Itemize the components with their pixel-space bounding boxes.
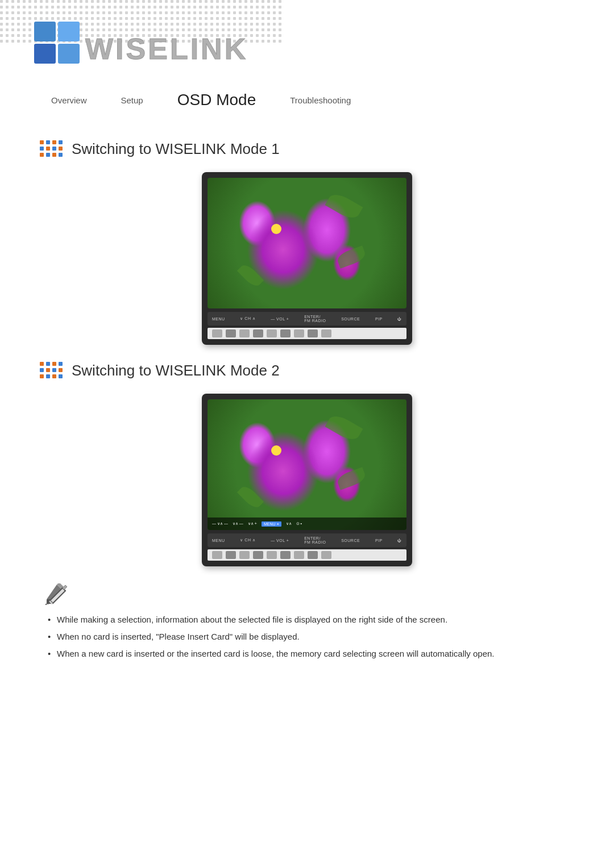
flower-center-1	[271, 224, 281, 234]
dot-4	[59, 140, 63, 144]
dot-1	[40, 140, 44, 144]
dot2-12	[59, 374, 63, 378]
flower-center-2	[271, 445, 281, 456]
tv-btn-9	[321, 329, 331, 337]
dot-3	[52, 140, 56, 144]
osd-text-4: ∨∧	[286, 521, 292, 526]
note-item-2: When no card is inserted, "Please Insert…	[45, 630, 574, 644]
tv-controls-source: SOURCE	[341, 317, 360, 321]
dot2-10	[46, 374, 50, 378]
tv-controls2-enter: ENTER/FM RADIO	[304, 536, 326, 544]
main-content: Switching to WISELINK Mode 1 MENU ∨ CH ∧…	[0, 118, 614, 687]
nav-item-setup[interactable]: Setup	[104, 93, 160, 108]
osd-text-3: ∨∧ +	[248, 521, 257, 526]
dot-7	[52, 147, 56, 151]
tv-btn2-7	[294, 551, 304, 559]
tv-btn2-5	[267, 551, 277, 559]
dot2-2	[46, 362, 50, 366]
leaf-4	[325, 412, 363, 444]
dot-11	[52, 153, 56, 157]
leaf-3	[237, 262, 263, 289]
tv-btn2-1	[212, 551, 222, 559]
osd-overlay-bar: — ∨∧ — ∨∧ — ∨∧ + MENU ≡ ∨∧ ⊙ •	[208, 518, 406, 530]
tv-controls-power: ⏻	[397, 317, 402, 321]
dot2-5	[40, 368, 44, 372]
logo-text: WISELINK	[85, 34, 248, 64]
tv-controls-menu: MENU	[212, 317, 225, 321]
tv-controls2-power: ⏻	[397, 539, 402, 542]
tv-btn-3	[239, 329, 250, 337]
tv-btn2-8	[308, 551, 318, 559]
logo-sq-br	[58, 44, 80, 64]
dot2-3	[52, 362, 56, 366]
tv-mockup-2: — ∨∧ — ∨∧ — ∨∧ + MENU ≡ ∨∧ ⊙ • MENU ∨ CH…	[202, 394, 412, 566]
dot2-4	[59, 362, 63, 366]
tv-btn-7	[294, 329, 304, 337]
note-item-3: When a new card is inserted or the inser…	[45, 647, 574, 661]
dot2-7	[52, 368, 56, 372]
tv-btn2-2	[226, 551, 236, 559]
tv-controls-vol: — VOL +	[271, 317, 289, 321]
logo-sq-bl	[34, 44, 56, 64]
leaf-2	[335, 245, 367, 269]
logo-icon-bottom-row	[34, 44, 80, 64]
tv-btn-6	[280, 329, 291, 337]
tv-btn-5	[267, 329, 277, 337]
nav-item-osd-mode[interactable]: OSD Mode	[160, 88, 273, 112]
dot2-1	[40, 362, 44, 366]
tv-controls-1: MENU ∨ CH ∧ — VOL + ENTER/FM RADIO SOURC…	[208, 312, 406, 326]
tv-btn-1	[212, 329, 222, 337]
nav-item-troubleshooting[interactable]: Troubleshooting	[273, 93, 368, 108]
leaf-5	[335, 467, 367, 490]
tv-controls-ch: ∨ CH ∧	[240, 316, 255, 321]
section1-heading: Switching to WISELINK Mode 1	[72, 140, 280, 158]
section2-heading-container: Switching to WISELINK Mode 2	[40, 362, 574, 379]
note-icon	[45, 583, 68, 606]
tv-mockup-1: MENU ∨ CH ∧ — VOL + ENTER/FM RADIO SOURC…	[202, 172, 412, 345]
dot-5	[40, 147, 44, 151]
flower-image-2	[208, 399, 406, 530]
osd-text-5: ⊙ •	[296, 521, 302, 526]
leaf-1	[325, 190, 363, 222]
leaf-6	[237, 483, 263, 510]
tv-btn-4	[253, 329, 263, 337]
dot-8	[59, 147, 63, 151]
tv-controls-pip: PIP	[375, 317, 383, 321]
dot2-11	[52, 374, 56, 378]
tv-controls2-menu: MENU	[212, 539, 225, 542]
tv-buttons-row-1	[208, 328, 406, 339]
note-icon-svg	[45, 583, 67, 605]
tv-btn2-6	[280, 551, 291, 559]
logo-visual: WISELINK	[34, 22, 248, 64]
dot-9	[40, 153, 44, 157]
logo-icon-top-row	[34, 22, 80, 41]
dot-12	[59, 153, 63, 157]
osd-text-2: ∨∧ —	[233, 521, 243, 526]
dot2-6	[46, 368, 50, 372]
tv-screen-2: — ∨∧ — ∨∧ — ∨∧ + MENU ≡ ∨∧ ⊙ •	[208, 399, 406, 530]
dot-6	[46, 147, 50, 151]
osd-text-1: — ∨∧ —	[212, 521, 228, 526]
note-item-1: While making a selection, information ab…	[45, 613, 574, 627]
nav-item-overview[interactable]: Overview	[45, 93, 104, 108]
tv-btn2-3	[239, 551, 250, 559]
section2-heading: Switching to WISELINK Mode 2	[72, 362, 280, 379]
note-section: While making a selection, information ab…	[40, 583, 574, 661]
heading-dots-1	[40, 140, 64, 158]
tv-btn2-4	[253, 551, 263, 559]
flower-image-1	[208, 178, 406, 308]
navigation: Overview Setup OSD Mode Troubleshooting	[0, 82, 614, 118]
logo-sq-tl	[34, 22, 56, 41]
heading-dots-2	[40, 362, 64, 379]
dot-2	[46, 140, 50, 144]
section1-heading-container: Switching to WISELINK Mode 1	[40, 140, 574, 158]
tv-btn-8	[308, 329, 318, 337]
svg-line-3	[45, 604, 47, 605]
tv-btn-2	[226, 329, 236, 337]
tv-btn2-9	[321, 551, 331, 559]
tv-controls2-ch: ∨ CH ∧	[240, 538, 255, 542]
tv-controls2-source: SOURCE	[341, 539, 360, 542]
tv-controls2-pip: PIP	[375, 539, 383, 542]
header: // Generate dot grid inline for(let i=0;…	[0, 0, 614, 80]
dot2-9	[40, 374, 44, 378]
